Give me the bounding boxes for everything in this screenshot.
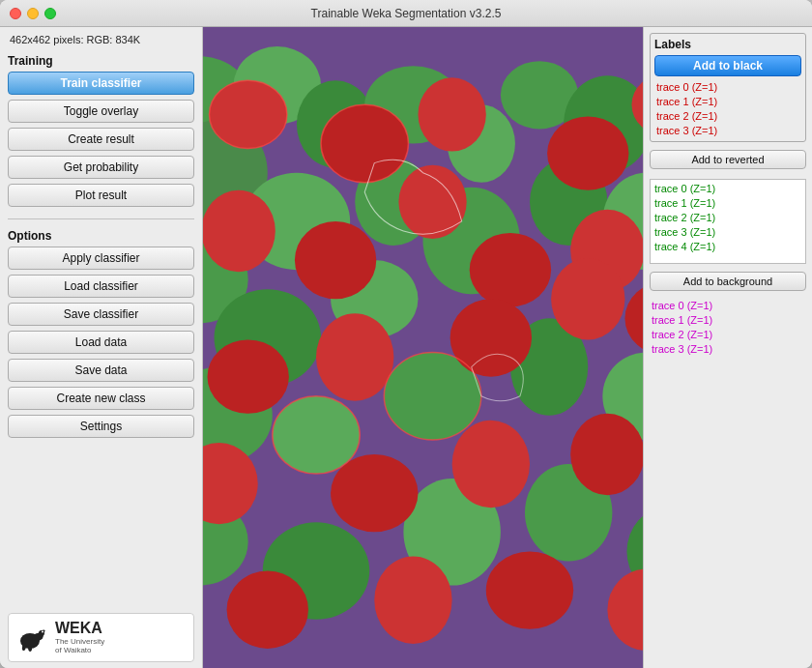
create-new-class-button[interactable]: Create new class [8,387,194,410]
traffic-lights [10,8,56,19]
reverted-trace-4: trace 4 (Z=1) [652,240,803,253]
sidebar: 462x462 pixels: RGB: 834K Training Train… [0,27,203,668]
weka-brand: WEKA The Universityof Waikato [55,620,104,655]
window-title: Trainable Weka Segmentation v3.2.5 [311,7,502,20]
get-probability-button[interactable]: Get probability [8,156,194,179]
weka-bird-icon [13,620,47,654]
reverted-trace-items: trace 0 (Z=1) trace 1 (Z=1) trace 2 (Z=1… [652,182,803,253]
svg-point-50 [331,454,418,532]
load-data-button[interactable]: Load data [8,331,194,354]
weka-subtitle: The Universityof Waikato [55,637,104,655]
segmentation-image [203,27,643,668]
black-trace-0: trace 0 (Z=1) [654,80,801,94]
reverted-traces-list[interactable]: trace 0 (Z=1) trace 1 (Z=1) trace 2 (Z=1… [650,179,806,264]
reverted-trace-2: trace 2 (Z=1) [652,211,803,224]
toggle-overlay-button[interactable]: Toggle overlay [8,100,194,123]
training-section-title: Training [8,54,194,68]
bg-trace-1: trace 1 (Z=1) [650,313,806,327]
black-trace-1: trace 1 (Z=1) [654,95,801,108]
right-panel: Labels Add to black trace 0 (Z=1) trace … [643,27,812,668]
reverted-trace-1: trace 1 (Z=1) [652,196,803,210]
black-traces-list: trace 0 (Z=1) trace 1 (Z=1) trace 2 (Z=1… [654,80,801,137]
svg-point-41 [398,165,466,239]
reverted-trace-3: trace 3 (Z=1) [652,225,803,239]
load-classifier-button[interactable]: Load classifier [8,275,194,298]
train-classifier-button[interactable]: Train classifier [8,72,194,95]
weka-logo: WEKA The Universityof Waikato [8,613,194,662]
content-area: 462x462 pixels: RGB: 834K Training Train… [0,27,812,668]
bg-trace-0: trace 0 (Z=1) [650,299,806,312]
create-result-button[interactable]: Create result [8,128,194,151]
svg-point-52 [570,414,643,495]
black-trace-2: trace 2 (Z=1) [654,109,801,123]
svg-point-36 [418,77,485,151]
svg-point-44 [207,339,288,413]
options-section-title: Options [8,229,194,243]
bg-trace-2: trace 2 (Z=1) [650,328,806,341]
settings-button[interactable]: Settings [8,415,194,438]
black-trace-3: trace 3 (Z=1) [654,124,801,137]
svg-point-56 [486,551,573,628]
pixel-info: 462x462 pixels: RGB: 834K [8,33,194,46]
image-area[interactable] [203,27,643,668]
add-to-black-button[interactable]: Add to black [654,55,801,76]
labels-title: Labels [654,38,801,51]
add-to-background-button[interactable]: Add to background [650,272,806,291]
svg-point-40 [295,221,376,299]
reverted-trace-0: trace 0 (Z=1) [652,182,803,195]
svg-point-55 [374,556,451,643]
training-buttons: Train classifier Toggle overlay Create r… [8,72,194,207]
titlebar: Trainable Weka Segmentation v3.2.5 [0,0,812,27]
svg-point-6 [42,631,44,633]
close-button[interactable] [10,8,21,19]
svg-point-39 [203,190,276,272]
save-data-button[interactable]: Save data [8,359,194,382]
options-buttons: Apply classifier Load classifier Save cl… [8,247,194,438]
maximize-button[interactable] [44,8,56,19]
main-window: Trainable Weka Segmentation v3.2.5 462x4… [0,0,812,668]
background-traces-list: trace 0 (Z=1) trace 1 (Z=1) trace 2 (Z=1… [650,299,806,356]
labels-group: Labels Add to black trace 0 (Z=1) trace … [650,33,806,142]
svg-point-47 [551,258,624,339]
apply-classifier-button[interactable]: Apply classifier [8,247,194,270]
svg-point-54 [227,571,308,649]
svg-point-37 [547,116,628,189]
svg-point-45 [316,313,393,400]
bg-trace-3: trace 3 (Z=1) [650,342,806,356]
weka-name: WEKA [55,620,104,637]
svg-point-42 [470,233,551,306]
save-classifier-button[interactable]: Save classifier [8,303,194,326]
svg-point-51 [452,421,530,508]
plot-result-button[interactable]: Plot result [8,184,194,207]
minimize-button[interactable] [27,8,39,19]
divider-1 [8,218,194,219]
add-to-reverted-button[interactable]: Add to reverted [650,150,806,169]
